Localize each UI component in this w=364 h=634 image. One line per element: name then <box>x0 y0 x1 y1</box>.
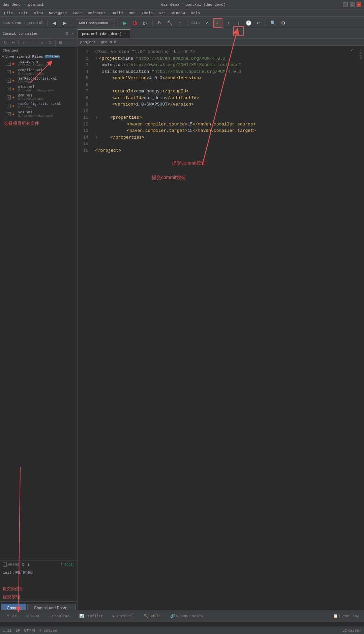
update-button[interactable]: ↻ <box>155 19 164 27</box>
menu-git[interactable]: Git <box>156 10 168 16</box>
bottom-problems-label: Problems <box>52 614 70 618</box>
file-item-compiler[interactable]: ◈ compiler.xml E:\develop\das_ <box>0 68 77 76</box>
back-button[interactable]: ◀ <box>50 19 59 27</box>
menu-build[interactable]: Build <box>109 10 125 16</box>
file-path-gitignore: E:\develop\das_de <box>18 64 49 67</box>
debug-button[interactable]: 🐞 <box>131 19 140 27</box>
file-checkbox-misc[interactable] <box>7 87 11 91</box>
line-num-14: 14 <box>82 134 88 141</box>
breadcrumb-project[interactable]: project <box>80 40 96 44</box>
view-options-button[interactable]: ☰ <box>57 39 64 47</box>
menu-code[interactable]: Code <box>70 10 84 16</box>
settings-small-button[interactable]: ⚙ <box>64 31 69 36</box>
git-update-button[interactable]: ↓ <box>234 19 243 27</box>
annotation-select-all: 选择项目所有文件 <box>0 118 77 128</box>
file-name-run: runConfigurations.xml <box>18 102 61 106</box>
jar-xml-icon: ◈ <box>12 78 17 83</box>
bottom-tab-problems[interactable]: ⚠ Problems <box>47 612 72 619</box>
line-num-2: 2 <box>82 55 88 62</box>
fold-icon-14[interactable]: ▾ <box>95 134 98 141</box>
amend-info-button[interactable]: ℹ <box>27 562 30 567</box>
tab-close-icon[interactable]: × <box>124 32 126 36</box>
amend-settings-button[interactable]: ⚙ <box>21 562 26 567</box>
bottom-tab-git[interactable]: ⎇ Git <box>3 612 19 619</box>
maximize-button[interactable]: □ <box>350 2 355 7</box>
refresh-button[interactable]: ↻ <box>1 39 9 47</box>
file-checkbox-gitignore[interactable] <box>7 62 11 66</box>
maven-sidebar-tab[interactable]: Maven <box>359 47 364 60</box>
commit-toolbar: ↻ ↩ + − ≡ ⇅ ☰ <box>0 38 77 47</box>
status-branch[interactable]: ⎇ master <box>342 628 361 633</box>
bottom-tab-eventlog[interactable]: 📋 Event Log <box>331 612 361 619</box>
file-item-run[interactable]: ◈ runConfigurations.xml E:\devel <box>0 102 77 110</box>
git-push-button[interactable]: ↑ <box>224 19 233 27</box>
editor-tab-pom[interactable]: pom.xml (das_demo) × <box>78 29 130 38</box>
build-button[interactable]: 🔨 <box>165 19 174 27</box>
file-info-run: runConfigurations.xml E:\devel <box>18 102 61 109</box>
search-button[interactable]: 🔍 <box>269 19 277 27</box>
breadcrumb-sep: › <box>97 40 99 44</box>
expand-all-button[interactable]: + <box>20 39 27 47</box>
fold-icon-11[interactable]: ▾ <box>95 114 98 121</box>
file-item-pom[interactable]: ◈ pom.xml E:\develop\das_ <box>0 93 77 102</box>
bottom-tab-todo[interactable]: ☑ TODO <box>25 612 41 619</box>
menu-window[interactable]: Window <box>169 10 188 16</box>
branch-label: master <box>348 629 361 633</box>
project-name: das_demo <box>3 3 21 7</box>
file-checkbox-pom[interactable] <box>7 95 11 99</box>
menu-file[interactable]: File <box>1 10 16 16</box>
code-line-3: xmlns:xsi="http://www.w3.org/2001/XMLSch… <box>95 62 355 68</box>
file-item-misc[interactable]: ◈ misc.xml E:\develop\das_demo <box>0 85 77 93</box>
minimize-button[interactable]: – <box>343 2 348 7</box>
rollback-all-button[interactable]: ↩ <box>9 39 17 47</box>
git-rollback-button[interactable]: ↩ <box>254 19 263 27</box>
file-checkbox-vcs[interactable] <box>7 112 11 116</box>
git-fetch-button[interactable]: ✓ <box>203 19 212 27</box>
menu-help[interactable]: Help <box>188 10 203 16</box>
fold-icon-2[interactable]: ▾ <box>95 55 98 62</box>
collapse-all-button[interactable]: − <box>28 39 35 47</box>
breadcrumb-groupid[interactable]: groupId <box>101 40 116 44</box>
menu-refactor[interactable]: Refactor <box>85 10 108 16</box>
menu-navigate[interactable]: Navigate <box>46 10 69 16</box>
file-item-gitignore[interactable]: ◉ .gitignore E:\develop\das_de <box>0 59 77 68</box>
bottom-tab-build[interactable]: 🔨 Build <box>142 612 163 619</box>
bottom-tab-profiler[interactable]: 📊 Profiler <box>77 612 105 619</box>
run-button[interactable]: ▶ <box>121 19 129 27</box>
status-indent: 4 spaces <box>39 629 57 633</box>
amend-checkbox[interactable] <box>3 563 7 567</box>
line-num-3: 3 <box>82 62 88 68</box>
menu-run[interactable]: Run <box>126 10 138 16</box>
settings-button[interactable]: ⚙ <box>279 19 287 27</box>
git-commit-toolbar-button[interactable]: ✓ <box>213 18 222 28</box>
line-num-16: 16 <box>82 147 88 154</box>
eventlog-icon: 📋 <box>333 614 338 618</box>
menu-view[interactable]: View <box>31 10 46 16</box>
bottom-tab-dependencies[interactable]: 🔗 Dependencies <box>168 612 205 619</box>
close-panel-button[interactable]: × <box>71 31 74 36</box>
forward-button[interactable]: ▶ <box>60 19 69 27</box>
unversioned-header[interactable]: ▼ Unversioned Files 7 files <box>0 54 77 59</box>
file-item-vcs[interactable]: ◈ vcs.xml E:\develop\das_demo <box>0 110 77 118</box>
file-item-jar[interactable]: ◈ jarRepositories.xml E:\devel <box>0 76 77 85</box>
bottom-profiler-label: Profiler <box>85 614 103 618</box>
git-history-button[interactable]: 🕐 <box>244 19 253 27</box>
file-checkbox-jar[interactable] <box>7 79 11 83</box>
menu-edit[interactable]: Edit <box>16 10 30 16</box>
file-checkbox-compiler[interactable] <box>7 70 11 74</box>
close-button[interactable]: × <box>357 2 361 7</box>
pom-tab-title: pom.xml <box>28 3 43 7</box>
add-configuration-button[interactable]: Add Configuration... <box>75 20 115 26</box>
editor-code[interactable]: <?xml version="1.0" encoding="UTF-8"?> ▾… <box>91 46 359 614</box>
line-num-4: 4 <box>82 68 88 75</box>
update-project-button[interactable]: ↑ <box>176 19 184 27</box>
menu-tools[interactable]: Tools <box>139 10 155 16</box>
encoding-label: LF <box>16 629 20 633</box>
file-checkbox-run[interactable] <box>7 104 11 108</box>
file-path-misc: E:\develop\das_demo <box>18 89 53 92</box>
coverage-button[interactable]: ▷ <box>141 19 150 27</box>
bottom-tab-terminal[interactable]: ▶ Terminal <box>111 612 136 619</box>
commit-message-input[interactable]: init：初始化项目 <box>0 569 77 585</box>
sort-button[interactable]: ⇅ <box>47 39 54 47</box>
group-by-button[interactable]: ≡ <box>38 39 46 47</box>
